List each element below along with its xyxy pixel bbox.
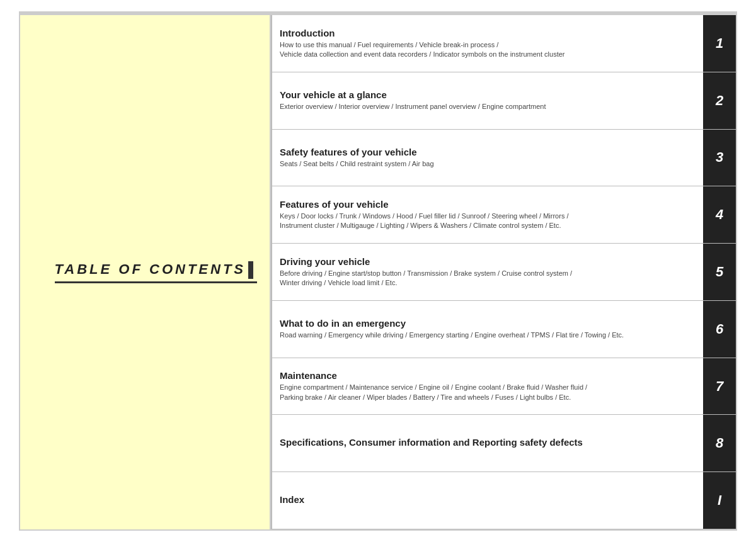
toc-row-glance[interactable]: Your vehicle at a glanceExterior overvie… bbox=[271, 72, 736, 130]
toc-row-intro[interactable]: IntroductionHow to use this manual / Fue… bbox=[271, 15, 736, 72]
toc-content-driving: Driving your vehicleBefore driving / Eng… bbox=[271, 244, 703, 300]
toc-number-index: I bbox=[703, 472, 736, 529]
toc-title-index: Index bbox=[280, 494, 696, 505]
toc-title-emergency: What to do in an emergency bbox=[280, 318, 696, 329]
right-panel: IntroductionHow to use this manual / Fue… bbox=[271, 15, 737, 529]
toc-number-features: 4 bbox=[703, 186, 736, 243]
toc-number-emergency: 6 bbox=[703, 301, 736, 358]
toc-title-intro: Introduction bbox=[280, 28, 696, 38]
toc-number-intro: 1 bbox=[703, 15, 736, 72]
toc-content-glance: Your vehicle at a glanceExterior overvie… bbox=[271, 72, 703, 129]
toc-number-glance: 2 bbox=[703, 72, 736, 129]
toc-desc-emergency: Road warning / Emergency while driving /… bbox=[280, 330, 696, 340]
toc-content-features: Features of your vehicleKeys / Door lock… bbox=[271, 186, 703, 243]
toc-title-driving: Driving your vehicle bbox=[280, 256, 696, 267]
toc-row-emergency[interactable]: What to do in an emergencyRoad warning /… bbox=[271, 301, 736, 358]
left-panel: TABLE OF CONTENTS bbox=[19, 15, 271, 529]
toc-number-driving: 5 bbox=[703, 244, 736, 300]
toc-row-index[interactable]: IndexI bbox=[271, 472, 736, 529]
toc-desc-safety: Seats / Seat belts / Child restraint sys… bbox=[280, 159, 696, 169]
toc-number-specifications: 8 bbox=[703, 415, 736, 471]
content-area: TABLE OF CONTENTS IntroductionHow to use… bbox=[19, 15, 737, 529]
toc-row-maintenance[interactable]: MaintenanceEngine compartment / Maintena… bbox=[271, 358, 736, 415]
toc-content-safety: Safety features of your vehicleSeats / S… bbox=[271, 130, 703, 186]
toc-row-features[interactable]: Features of your vehicleKeys / Door lock… bbox=[271, 186, 736, 244]
toc-row-driving[interactable]: Driving your vehicleBefore driving / Eng… bbox=[271, 244, 736, 301]
toc-content-maintenance: MaintenanceEngine compartment / Maintena… bbox=[271, 358, 703, 415]
bottom-border bbox=[19, 529, 737, 531]
toc-content-specifications: Specifications, Consumer information and… bbox=[271, 415, 703, 471]
toc-number-maintenance: 7 bbox=[703, 358, 736, 415]
toc-title: TABLE OF CONTENTS bbox=[55, 261, 257, 283]
page-wrapper: TABLE OF CONTENTS IntroductionHow to use… bbox=[0, 0, 756, 542]
toc-content-intro: IntroductionHow to use this manual / Fue… bbox=[271, 15, 703, 72]
toc-desc-intro: How to use this manual / Fuel requiremen… bbox=[280, 40, 696, 60]
toc-number-safety: 3 bbox=[703, 130, 736, 186]
toc-desc-driving: Before driving / Engine start/stop butto… bbox=[280, 269, 696, 288]
toc-title-specifications: Specifications, Consumer information and… bbox=[280, 437, 696, 448]
toc-desc-glance: Exterior overview / Interior overview / … bbox=[280, 102, 696, 111]
toc-row-specifications[interactable]: Specifications, Consumer information and… bbox=[271, 415, 736, 472]
toc-desc-features: Keys / Door locks / Trunk / Windows / Ho… bbox=[280, 212, 696, 231]
toc-content-emergency: What to do in an emergencyRoad warning /… bbox=[271, 301, 703, 358]
toc-title-glance: Your vehicle at a glance bbox=[280, 89, 696, 100]
toc-title-features: Features of your vehicle bbox=[280, 199, 696, 210]
toc-content-index: Index bbox=[271, 472, 703, 529]
toc-row-safety[interactable]: Safety features of your vehicleSeats / S… bbox=[271, 130, 736, 187]
toc-title-safety: Safety features of your vehicle bbox=[280, 147, 696, 157]
toc-desc-maintenance: Engine compartment / Maintenance service… bbox=[280, 383, 696, 402]
toc-title-maintenance: Maintenance bbox=[280, 370, 696, 381]
